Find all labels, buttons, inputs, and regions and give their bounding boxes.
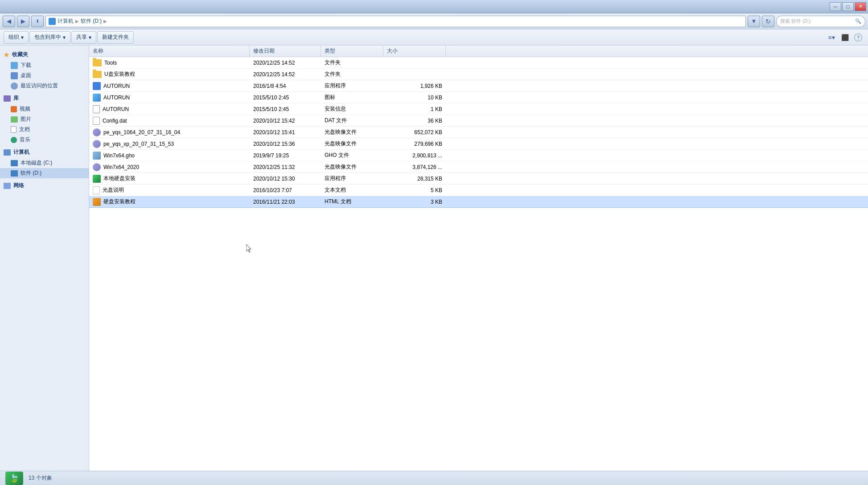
refresh-button[interactable]: ↻ — [762, 16, 774, 27]
file-size-cell: 279,696 KB — [383, 138, 446, 149]
file-size-cell: 1 KB — [383, 103, 446, 115]
sidebar-header-library[interactable]: 库 — [0, 93, 89, 104]
table-row[interactable]: U盘安装教程 2020/12/25 14:52 文件夹 — [89, 69, 868, 80]
sidebar-item-video[interactable]: 视频 — [0, 104, 89, 114]
titlebar: ─ □ ✕ — [0, 0, 868, 13]
back-button[interactable]: ◀ — [3, 16, 15, 27]
table-row[interactable]: 光盘说明 2016/10/23 7:07 文本文档 5 KB — [89, 185, 868, 196]
file-type-cell: 文件夹 — [321, 57, 383, 68]
file-name: pe_yqs_xp_20_07_31_15_53 — [103, 141, 174, 147]
col-header-date[interactable]: 修改日期 — [250, 45, 321, 57]
downloads-label: 下载 — [21, 62, 31, 69]
file-size-cell: 652,072 KB — [383, 127, 446, 138]
recent-icon — [11, 82, 18, 90]
table-row[interactable]: pe_yqs_xp_20_07_31_15_53 2020/10/12 15:3… — [89, 138, 868, 150]
breadcrumb-drive[interactable]: 软件 (D:) — [81, 17, 102, 25]
search-icon[interactable]: 🔍 — [855, 18, 861, 24]
file-type-cell: 文本文档 — [321, 185, 383, 196]
breadcrumb-dropdown-button[interactable]: ▼ — [748, 16, 760, 27]
sidebar-item-desktop[interactable]: 桌面 — [0, 70, 89, 81]
file-date-cell: 2020/12/25 14:52 — [250, 69, 321, 80]
file-name-cell: 本地硬盘安装 — [89, 173, 250, 184]
file-type-cell: 应用程序 — [321, 80, 383, 91]
sidebar-header-computer[interactable]: 计算机 — [0, 147, 89, 158]
file-name: 硬盘安装教程 — [103, 198, 136, 206]
maximize-button[interactable]: □ — [842, 2, 854, 11]
forward-button[interactable]: ▶ — [17, 16, 29, 27]
file-size-cell — [383, 69, 446, 80]
file-list-container[interactable]: 名称 修改日期 类型 大小 Tools 2020/12/25 14:52 文件夹… — [89, 45, 868, 471]
folder-icon — [93, 71, 102, 78]
file-type: 应用程序 — [325, 175, 346, 182]
sidebar-item-music[interactable]: 音乐 — [0, 135, 89, 145]
table-row[interactable]: AUTORUN 2016/1/8 4:54 应用程序 1,926 KB — [89, 80, 868, 92]
file-name: Config.dat — [103, 118, 127, 124]
table-row[interactable]: Win7x64_2020 2020/12/25 11:32 光盘映像文件 3,8… — [89, 161, 868, 173]
file-size: 3,874,126 ... — [412, 164, 442, 170]
sidebar-item-docs[interactable]: 文档 — [0, 124, 89, 135]
table-row[interactable]: AUTORUN 2015/5/10 2:45 图标 10 KB — [89, 92, 868, 103]
sidebar-item-images[interactable]: 图片 — [0, 114, 89, 124]
file-date: 2020/10/12 15:42 — [253, 118, 295, 124]
recent-label: 最近访问的位置 — [21, 82, 58, 90]
col-header-type[interactable]: 类型 — [321, 45, 383, 57]
file-type: DAT 文件 — [325, 117, 347, 124]
breadcrumb[interactable]: 计算机 ▶ 软件 (D:) ▶ — [45, 16, 746, 27]
file-name-cell: Win7x64.gho — [89, 150, 250, 161]
help-button[interactable]: ? — [852, 31, 864, 44]
organize-label: 组织 — [8, 33, 19, 41]
share-button[interactable]: 共享 ▾ — [71, 31, 96, 44]
file-rows: Tools 2020/12/25 14:52 文件夹 U盘安装教程 2020/1… — [89, 57, 868, 208]
archive-button[interactable]: 包含到库中 ▾ — [29, 31, 70, 44]
table-row[interactable]: 硬盘安装教程 2016/11/21 22:03 HTML 文档 3 KB — [89, 196, 868, 208]
desktop-label: 桌面 — [21, 72, 31, 79]
exe-icon — [93, 82, 101, 90]
file-type-cell: 图标 — [321, 92, 383, 103]
breadcrumb-arrow: ▶ — [75, 19, 79, 24]
table-row[interactable]: Config.dat 2020/10/12 15:42 DAT 文件 36 KB — [89, 115, 868, 127]
sidebar-item-drive-c[interactable]: 本地磁盘 (C:) — [0, 158, 89, 168]
file-name-cell: pe_yqs_1064_20_07_31_16_04 — [89, 127, 250, 138]
organize-button[interactable]: 组织 ▾ — [4, 31, 29, 44]
view-toggle-button[interactable]: ⬛ — [839, 31, 851, 44]
col-header-name[interactable]: 名称 — [89, 45, 250, 57]
sidebar-item-drive-d[interactable]: 软件 (D:) — [0, 168, 89, 178]
file-type-cell: 光盘映像文件 — [321, 127, 383, 138]
library-label: 库 — [13, 95, 19, 102]
table-row[interactable]: Tools 2020/12/25 14:52 文件夹 — [89, 57, 868, 69]
file-name: pe_yqs_1064_20_07_31_16_04 — [103, 129, 180, 136]
file-type-cell: 文件夹 — [321, 69, 383, 80]
docs-label: 文档 — [19, 126, 30, 133]
file-size-cell — [383, 57, 446, 68]
search-bar[interactable]: 搜索 软件 (D:) 🔍 — [776, 16, 865, 27]
gho-icon — [93, 152, 101, 160]
minimize-button[interactable]: ─ — [830, 2, 841, 11]
file-date: 2020/10/12 15:41 — [253, 129, 295, 136]
close-button[interactable]: ✕ — [855, 2, 866, 11]
addressbar: ◀ ▶ ⬆ 计算机 ▶ 软件 (D:) ▶ ▼ ↻ 搜索 软件 (D:) 🔍 — [0, 13, 868, 29]
sidebar-header-favorites[interactable]: ★ 收藏夹 — [0, 49, 89, 60]
sidebar-item-recent[interactable]: 最近访问的位置 — [0, 81, 89, 91]
table-row[interactable]: AUTORUN 2015/5/10 2:45 安装信息 1 KB — [89, 103, 868, 115]
up-button[interactable]: ⬆ — [31, 16, 44, 27]
app-icon — [93, 175, 101, 183]
table-row[interactable]: Win7x64.gho 2019/9/7 19:25 GHO 文件 2,900,… — [89, 150, 868, 161]
status-logo: 🍃 — [5, 472, 23, 485]
table-row[interactable]: 本地硬盘安装 2020/10/12 15:30 应用程序 28,315 KB — [89, 173, 868, 185]
new-folder-button[interactable]: 新建文件夹 — [97, 31, 134, 44]
sidebar-header-network[interactable]: 网络 — [0, 180, 89, 191]
file-name-cell: 光盘说明 — [89, 185, 250, 196]
table-row[interactable]: pe_yqs_1064_20_07_31_16_04 2020/10/12 15… — [89, 127, 868, 138]
library-icon — [4, 95, 11, 102]
view-options-button[interactable]: ≡▾ — [825, 31, 838, 44]
file-date-cell: 2016/11/21 22:03 — [250, 196, 321, 207]
file-size: 36 KB — [428, 118, 442, 124]
sidebar-item-downloads[interactable]: 下载 — [0, 60, 89, 70]
col-header-size[interactable]: 大小 — [383, 45, 446, 57]
file-name: Win7x64_2020 — [103, 164, 139, 170]
file-size-cell: 3 KB — [383, 196, 446, 207]
file-name: U盘安装教程 — [104, 70, 135, 78]
file-size: 28,315 KB — [417, 176, 442, 182]
file-date-cell: 2020/12/25 11:32 — [250, 161, 321, 173]
breadcrumb-computer[interactable]: 计算机 — [58, 17, 74, 25]
